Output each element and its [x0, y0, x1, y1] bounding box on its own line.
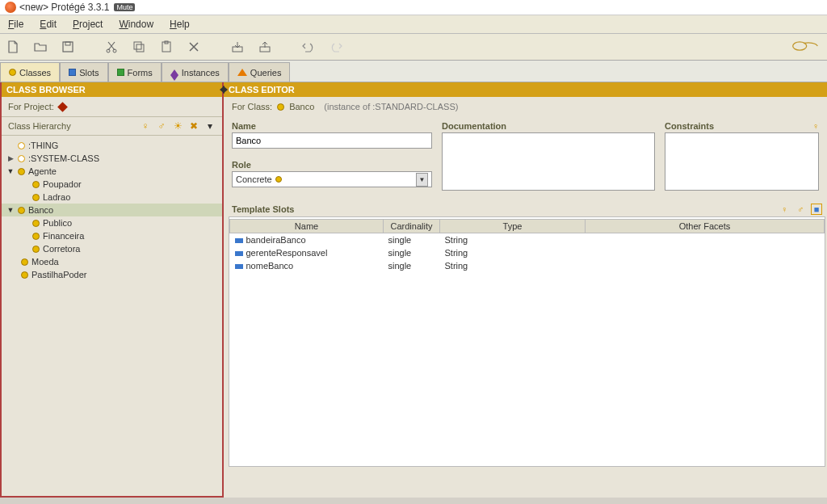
window-title: <new> Protégé 3.3.1	[19, 2, 109, 13]
query-icon	[237, 69, 247, 76]
documentation-textarea[interactable]	[442, 132, 655, 191]
class-bullet-icon	[18, 155, 25, 162]
redo-icon[interactable]	[328, 39, 344, 55]
role-bullet-icon	[275, 176, 282, 183]
class-editor-panel: CLASS EDITOR For Class: Banco (instance …	[224, 82, 827, 498]
class-bullet-icon	[32, 220, 40, 227]
hier-sun-icon[interactable]: ☀	[172, 120, 183, 132]
menu-file[interactable]: File	[5, 17, 27, 32]
tree-poupador[interactable]: Poupador	[2, 178, 222, 191]
class-browser-panel: CLASS BROWSER For Project: Class Hierarc…	[0, 82, 224, 498]
svg-rect-5	[136, 44, 144, 52]
for-class-row: For Class: Banco (instance of :STANDARD-…	[224, 97, 827, 116]
col-facets[interactable]: Other Facets	[586, 220, 825, 233]
name-input[interactable]	[232, 132, 432, 149]
tree-thing[interactable]: :THING	[2, 139, 222, 152]
svg-rect-4	[134, 42, 141, 49]
slot-row-icon	[235, 251, 243, 256]
slot-person-icon[interactable]: ♀	[779, 204, 790, 215]
menu-bar: File Edit Project Window Help	[0, 15, 827, 34]
menu-project[interactable]: Project	[69, 17, 106, 32]
tab-forms-label: Forms	[128, 68, 153, 78]
class-browser-title: CLASS BROWSER	[2, 82, 222, 97]
slot-boxed-icon[interactable]: ■	[811, 204, 822, 215]
tree-corretora[interactable]: Corretora	[2, 242, 222, 255]
slot-icon	[69, 69, 76, 76]
dropdown-arrow-icon: ▼	[416, 173, 428, 187]
role-field-label: Role	[232, 158, 432, 171]
col-type[interactable]: Type	[440, 220, 586, 233]
tab-instances-label: Instances	[182, 68, 220, 78]
tab-forms[interactable]: Forms	[108, 62, 162, 82]
tree-pastilha[interactable]: PastilhaPoder	[2, 268, 222, 281]
slot-person2-icon[interactable]: ♂	[795, 204, 806, 215]
new-file-icon[interactable]	[5, 39, 21, 55]
role-value: Concrete	[236, 174, 272, 184]
col-name[interactable]: Name	[230, 220, 384, 233]
tree-publico[interactable]: Publico	[2, 216, 222, 229]
slot-row-icon	[235, 238, 243, 243]
class-bullet-icon	[32, 181, 40, 188]
constraints-textarea[interactable]	[665, 132, 819, 191]
role-select[interactable]: Concrete ▼	[232, 171, 432, 187]
menu-window[interactable]: Window	[115, 17, 157, 32]
class-bullet-icon	[277, 103, 284, 111]
template-slots-section: Template Slots ♀ ♂ ■ Name Cardinality Ty…	[224, 199, 827, 470]
constraints-action-icon[interactable]: ♀	[812, 121, 819, 131]
tab-slots[interactable]: Slots	[60, 62, 107, 82]
tree-system-class[interactable]: ▶:SYSTEM-CLASS	[2, 152, 222, 165]
class-bullet-icon	[18, 168, 25, 175]
table-row[interactable]: nomeBanco single String	[230, 259, 825, 272]
tab-classes-label: Classes	[19, 68, 51, 78]
menu-edit[interactable]: Edit	[36, 17, 60, 32]
menu-help[interactable]: Help	[166, 17, 193, 32]
main-area: CLASS BROWSER For Project: Class Hierarc…	[0, 82, 827, 498]
class-editor-title: CLASS EDITOR	[224, 82, 827, 97]
hier-person2-icon[interactable]: ♂	[156, 120, 167, 132]
tab-queries[interactable]: Queries	[229, 62, 291, 82]
class-bullet-icon	[32, 233, 40, 240]
template-slots-label: Template Slots	[232, 204, 294, 214]
tab-classes[interactable]: Classes	[0, 62, 60, 82]
documentation-label: Documentation	[442, 120, 655, 132]
class-bullet-icon	[21, 258, 28, 266]
archive-in-icon[interactable]	[229, 39, 246, 55]
class-bullet-icon	[18, 207, 25, 214]
for-project-row: For Project:	[2, 97, 222, 116]
tree-agente[interactable]: ▼Agente	[2, 165, 222, 178]
paste-icon[interactable]	[158, 39, 174, 55]
tab-instances[interactable]: Instances	[162, 62, 229, 82]
tree-moeda[interactable]: Moeda	[2, 255, 222, 268]
col-cardinality[interactable]: Cardinality	[384, 220, 440, 233]
undo-icon[interactable]	[300, 39, 317, 55]
name-field-label: Name	[232, 120, 432, 132]
app-icon	[5, 2, 16, 13]
copy-icon[interactable]	[131, 39, 147, 55]
slot-row-icon	[235, 264, 243, 269]
hier-dropdown-icon[interactable]: ▾	[204, 120, 216, 132]
for-class-name: Banco	[289, 102, 314, 111]
instance-of-label: (instance of :STANDARD-CLASS)	[324, 102, 458, 111]
for-project-label: For Project:	[8, 102, 54, 111]
table-row[interactable]: bandeiraBanco single String	[230, 233, 825, 247]
protege-logo-icon	[791, 37, 819, 57]
class-hierarchy-label: Class Hierarchy	[8, 121, 71, 131]
save-icon[interactable]	[60, 39, 76, 55]
hier-person-icon[interactable]: ♀	[140, 120, 151, 132]
tree-banco[interactable]: ▼Banco	[2, 204, 222, 216]
cut-icon[interactable]	[103, 39, 120, 55]
archive-out-icon[interactable]	[257, 39, 273, 55]
open-file-icon[interactable]	[32, 39, 48, 55]
tree-ladrao[interactable]: Ladrao	[2, 191, 222, 204]
hier-delete-icon[interactable]: ✖	[188, 120, 199, 132]
class-tree: :THING ▶:SYSTEM-CLASS ▼Agente Poupador L…	[2, 136, 222, 284]
for-class-label: For Class:	[232, 102, 272, 111]
editor-form: Name Role Concrete ▼ Documentation Const	[224, 116, 827, 199]
tree-financeira[interactable]: Financeira	[2, 229, 222, 242]
table-row[interactable]: gerenteResponsavel single String	[230, 246, 825, 259]
class-hierarchy-header: Class Hierarchy ♀ ♂ ☀ ✖ ▾	[2, 116, 222, 136]
delete-icon[interactable]	[186, 39, 202, 55]
splitter-handle[interactable]	[220, 86, 228, 99]
main-tabs: Classes Slots Forms Instances Queries	[0, 61, 827, 82]
tab-queries-label: Queries	[250, 68, 282, 78]
